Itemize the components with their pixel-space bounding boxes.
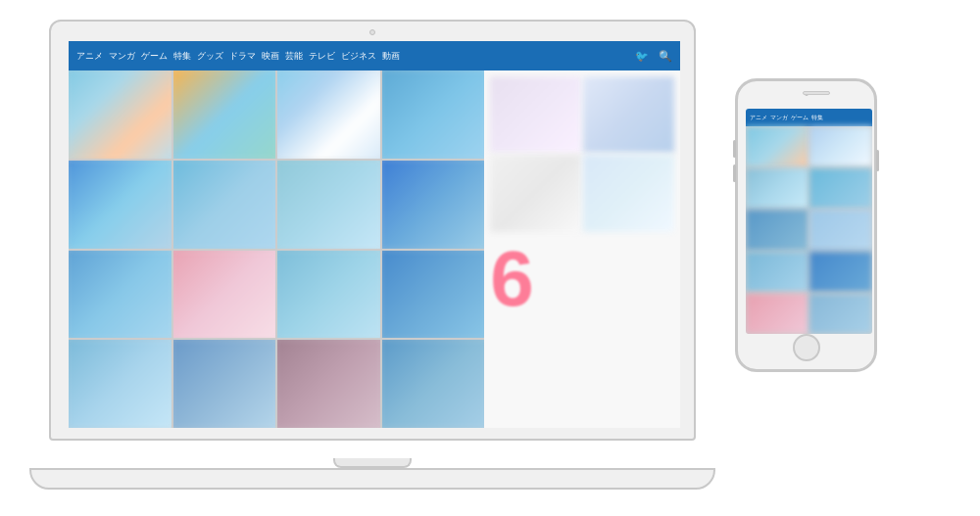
sidebar-img-2 [583,76,674,153]
phone-nav-tokushu[interactable]: 特集 [811,115,823,121]
phone-home-button[interactable] [793,334,820,361]
phone-nav-manga[interactable]: マンガ [770,115,788,121]
laptop-camera [369,29,375,35]
phone-grid-cell-1 [746,126,808,166]
grid-cell-10 [173,251,276,339]
nav-game[interactable]: ゲーム [141,50,168,63]
grid-cell-1 [69,70,172,159]
grid-cell-2 [173,70,276,159]
phone-grid-cell-2 [809,126,872,166]
grid-cell-7 [277,161,380,249]
grid-cell-13 [69,340,172,428]
sidebar-img-4 [583,155,674,231]
grid-cell-9 [69,251,172,339]
sidebar-top-images [490,76,674,232]
nav-video[interactable]: 動画 [382,50,400,63]
grid-cell-12 [382,251,485,339]
phone-grid [746,126,872,334]
grid-cell-11 [277,251,380,339]
phone-vol-down-button [733,164,736,182]
phone-grid-cell-6 [809,210,872,250]
nav-drama[interactable]: ドラマ [229,50,256,63]
nav-anime[interactable]: アニメ [76,50,103,63]
grid-cell-16 [382,340,485,428]
sidebar-big-number: 6 [490,240,674,318]
nav-business[interactable]: ビジネス [341,50,376,63]
phone-nav-game[interactable]: ゲーム [791,115,808,121]
phone-grid-cell-10 [809,294,872,334]
phone-grid-cell-3 [746,168,808,209]
phone-vol-up-button [733,140,736,158]
grid-cell-8 [382,161,485,249]
laptop-base [29,468,715,490]
laptop-body: アニメ マンガ ゲーム 特集 グッズ ドラマ 映画 芸能 テレビ ビジネス 動画… [49,20,696,441]
nav-geino[interactable]: 芸能 [285,50,303,63]
laptop-device: アニメ マンガ ゲーム 特集 グッズ ドラマ 映画 芸能 テレビ ビジネス 動画… [49,20,696,490]
laptop-screen: アニメ マンガ ゲーム 特集 グッズ ドラマ 映画 芸能 テレビ ビジネス 動画… [69,41,680,428]
laptop-hinge [333,458,412,468]
grid-cell-6 [173,161,276,249]
grid-cell-15 [277,340,380,428]
sidebar-img-3 [490,155,581,231]
nav-manga[interactable]: マンガ [109,50,135,63]
phone-grid-cell-9 [746,294,808,334]
phone-nav-anime[interactable]: アニメ [750,115,767,121]
phone-grid-cell-8 [809,252,872,292]
phone-grid-cell-5 [746,210,808,250]
search-icon[interactable]: 🔍 [659,50,672,63]
grid-cell-5 [69,161,172,249]
phone-device: アニメ マンガ ゲーム 特集 [735,78,877,372]
nav-tokushu[interactable]: 特集 [173,50,191,63]
twitter-icon[interactable]: 🐦 [635,50,649,63]
nav-goods[interactable]: グッズ [197,50,223,63]
phone-grid-cell-7 [746,252,808,292]
grid-cell-3 [277,70,380,159]
phone-site-nav: アニメ マンガ ゲーム 特集 [746,109,872,126]
grid-cell-14 [173,340,276,428]
main-grid [69,70,484,428]
nav-tv[interactable]: テレビ [309,50,335,63]
grid-cell-4 [382,70,485,159]
phone-grid-cell-4 [809,168,872,209]
phone-power-button [876,150,879,171]
nav-movie[interactable]: 映画 [262,50,279,63]
scene: アニメ マンガ ゲーム 特集 グッズ ドラマ 映画 芸能 テレビ ビジネス 動画… [0,0,980,516]
site-sidebar: 6 [484,70,680,428]
sidebar-img-1 [490,76,581,153]
site-nav: アニメ マンガ ゲーム 特集 グッズ ドラマ 映画 芸能 テレビ ビジネス 動画… [69,41,680,70]
site-content: 6 [69,70,680,428]
phone-screen: アニメ マンガ ゲーム 特集 [746,109,872,334]
phone-speaker [803,91,830,95]
phone-body: アニメ マンガ ゲーム 特集 [735,78,877,372]
